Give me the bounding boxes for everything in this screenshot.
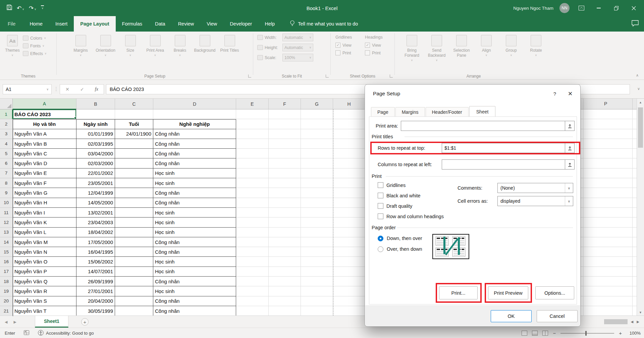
cell-B10[interactable]: 14/05/2000 xyxy=(76,198,115,208)
cell-B9[interactable]: 12/04/1999 xyxy=(76,188,115,198)
cell-D6[interactable]: Công nhân xyxy=(153,158,236,168)
cell-E19[interactable] xyxy=(236,286,269,296)
cell-A19[interactable]: Nguyễn Văn R xyxy=(13,286,76,296)
cell-H4[interactable] xyxy=(333,139,365,149)
column-header-E[interactable]: E xyxy=(236,99,269,109)
cell-C1[interactable] xyxy=(115,109,153,119)
cell-E7[interactable] xyxy=(236,168,269,178)
cell-C10[interactable] xyxy=(115,198,153,208)
cell-G3[interactable] xyxy=(301,129,333,139)
cell-E13[interactable] xyxy=(236,228,269,237)
customize-qat-button[interactable]: ∨ xyxy=(41,5,44,11)
cell-C9[interactable] xyxy=(115,188,153,198)
cell-D10[interactable]: Công nhân xyxy=(153,198,236,208)
cell-F15[interactable] xyxy=(269,247,301,257)
cell-B17[interactable]: 14/07/2001 xyxy=(76,267,115,277)
arrange-align-button[interactable]: Align∨ xyxy=(474,34,499,62)
page-setup-print-area-button[interactable]: Print Area∨ xyxy=(143,34,168,57)
dialog-close-icon[interactable]: ✕ xyxy=(565,89,576,99)
row-header-5[interactable]: 5 xyxy=(0,149,13,158)
cell-B21[interactable]: 30/05/1999 xyxy=(76,306,115,316)
column-header-C[interactable]: C xyxy=(115,99,153,109)
close-button[interactable] xyxy=(628,0,639,16)
cell-D9[interactable]: Công nhân xyxy=(153,188,236,198)
cell-G6[interactable] xyxy=(301,158,333,168)
cell-E10[interactable] xyxy=(236,198,269,208)
cell-C18[interactable] xyxy=(115,277,153,286)
cell-D17[interactable]: Học sinh xyxy=(153,267,236,277)
save-icon[interactable] xyxy=(7,5,12,11)
cell-G16[interactable] xyxy=(301,257,333,267)
cell-D20[interactable]: Công nhân xyxy=(153,296,236,306)
cell-H8[interactable] xyxy=(333,178,365,188)
cell-C4[interactable] xyxy=(115,139,153,149)
collapse-ribbon-icon[interactable]: ∧ xyxy=(636,73,639,78)
cell-F12[interactable] xyxy=(269,218,301,227)
radio-over-then-down[interactable]: Over, then down xyxy=(378,244,422,254)
tab-review[interactable]: Review xyxy=(172,16,201,32)
undo-dropdown-icon[interactable]: ∨ xyxy=(22,8,24,12)
cell-C21[interactable] xyxy=(115,306,153,316)
cell-G17[interactable] xyxy=(301,267,333,277)
cell-H7[interactable] xyxy=(333,168,365,178)
page-setup-orientation-button[interactable]: Orientation∨ xyxy=(93,34,118,57)
cell-B6[interactable]: 02/03/2000 xyxy=(76,158,115,168)
page-setup-breaks-button[interactable]: Breaks∨ xyxy=(168,34,193,57)
tab-page-layout[interactable]: Page Layout xyxy=(74,16,115,32)
cell-A11[interactable]: Nguyễn Văn I xyxy=(13,208,76,218)
row-header-16[interactable]: 16 xyxy=(0,257,13,267)
row-header-2[interactable]: 2 xyxy=(0,119,13,129)
zoom-slider-thumb[interactable] xyxy=(585,331,587,336)
cell-F4[interactable] xyxy=(269,139,301,149)
row-header-18[interactable]: 18 xyxy=(0,277,13,286)
cell-F2[interactable] xyxy=(269,119,301,129)
empty-cells[interactable] xyxy=(581,109,637,316)
cell-F16[interactable] xyxy=(269,257,301,267)
effects-button[interactable]: Effects∨ xyxy=(23,51,47,56)
cell-E15[interactable] xyxy=(236,247,269,257)
resize-dots-icon[interactable]: ⋮ xyxy=(54,86,59,92)
cell-F6[interactable] xyxy=(269,158,301,168)
cell-F10[interactable] xyxy=(269,198,301,208)
cell-A7[interactable]: Nguyễn Văn E xyxy=(13,168,76,178)
cell-G4[interactable] xyxy=(301,139,333,149)
redo-dropdown-icon[interactable]: ∨ xyxy=(34,8,36,12)
horizontal-scrollbar[interactable]: ◀ ▶ xyxy=(581,316,644,328)
page-setup-background-button[interactable]: Background xyxy=(193,34,217,57)
cancel-button[interactable]: Cancel xyxy=(537,310,578,322)
cell-E3[interactable] xyxy=(236,129,269,139)
cell-E9[interactable] xyxy=(236,188,269,198)
tab-help[interactable]: Help xyxy=(258,16,281,32)
print-checkbox-black-and-white[interactable]: Black and white xyxy=(378,190,444,201)
page-setup-size-button[interactable]: Size∨ xyxy=(118,34,143,57)
cell-B8[interactable]: 23/05/2001 xyxy=(76,178,115,188)
cell-A14[interactable]: Nguyễn Văn M xyxy=(13,237,76,247)
cell-B14[interactable]: 17/05/2000 xyxy=(76,237,115,247)
cell-C19[interactable] xyxy=(115,286,153,296)
cell-C6[interactable] xyxy=(115,158,153,168)
cell-G5[interactable] xyxy=(301,149,333,158)
page-setup-print-titles-button[interactable]: Print Titles xyxy=(217,34,242,57)
print-checkbox-gridlines[interactable]: Gridlines xyxy=(378,180,444,190)
row-header-9[interactable]: 9 xyxy=(0,188,13,198)
headings-print-checkbox[interactable]: Print xyxy=(365,50,394,55)
cell-F19[interactable] xyxy=(269,286,301,296)
cell-A13[interactable]: Nguyễn Văn L xyxy=(13,228,76,237)
gridlines-view-checkbox[interactable]: ✓View xyxy=(335,43,365,48)
ribbon-display-options-icon[interactable] xyxy=(576,0,587,16)
cell-F7[interactable] xyxy=(269,168,301,178)
column-header-A[interactable]: A xyxy=(13,99,76,109)
arrange-send-backward-button[interactable]: Send Backward∨ xyxy=(424,34,449,62)
cell-D7[interactable]: Học sinh xyxy=(153,168,236,178)
column-header-D[interactable]: D xyxy=(153,99,236,109)
row-header-17[interactable]: 17 xyxy=(0,267,13,277)
cell-F5[interactable] xyxy=(269,149,301,158)
rows-repeat-input[interactable]: $1:$1 xyxy=(442,143,565,153)
arrange-selection-pane-button[interactable]: Selection Pane xyxy=(449,34,474,62)
cell-D1[interactable] xyxy=(153,109,236,119)
arrange-rotate-button[interactable]: Rotate∨ xyxy=(524,34,548,62)
row-header-21[interactable]: 21 xyxy=(0,306,13,316)
cell-H19[interactable] xyxy=(333,286,365,296)
avatar[interactable]: NN xyxy=(559,3,570,13)
row-header-10[interactable]: 10 xyxy=(0,198,13,208)
